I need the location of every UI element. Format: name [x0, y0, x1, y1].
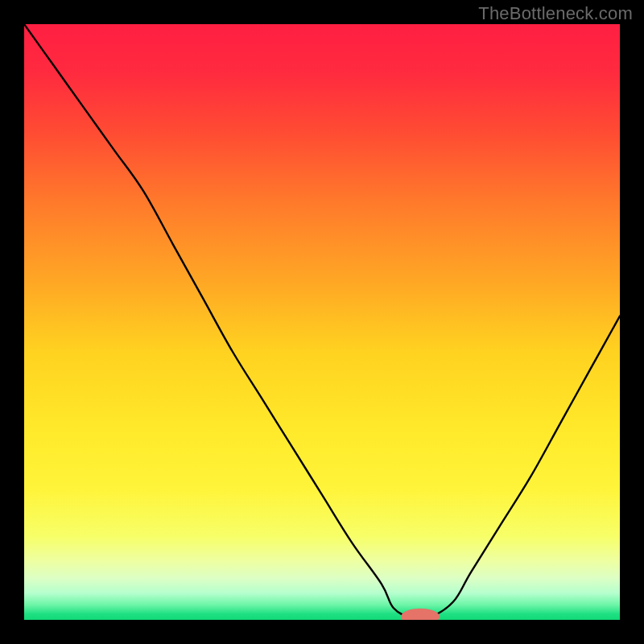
gradient-background	[24, 24, 620, 620]
plot-svg	[24, 24, 620, 620]
watermark-text: TheBottleneck.com	[478, 3, 633, 24]
chart-frame: TheBottleneck.com	[0, 0, 644, 644]
plot-area	[24, 24, 620, 620]
